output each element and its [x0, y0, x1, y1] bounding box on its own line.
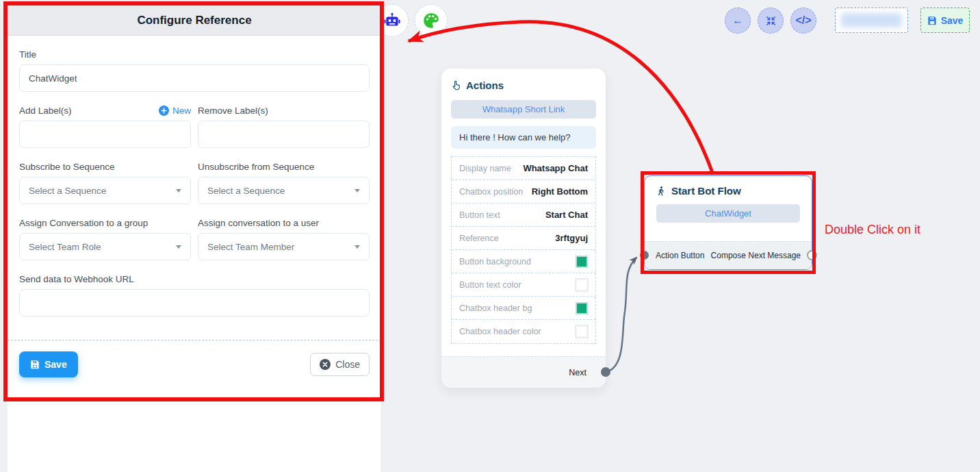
table-row: Chatbox position Right Bottom	[452, 180, 595, 203]
chevron-down-icon	[354, 189, 360, 192]
new-label-text: New	[172, 105, 191, 116]
palette-icon	[422, 12, 440, 29]
webhook-label: Send data to Webhook URL	[19, 274, 370, 284]
code-view-button[interactable]: </>	[790, 8, 816, 34]
assign-user-value: Select Team Member	[207, 242, 294, 252]
new-label-link[interactable]: New	[159, 105, 191, 116]
unsubscribe-sequence-value: Select a Sequence	[207, 186, 285, 196]
action-button-port-label: Action Button	[656, 251, 704, 260]
row-label: Reference	[459, 234, 499, 243]
chatwidget-button[interactable]: ChatWidget	[656, 204, 800, 223]
webhook-input[interactable]	[19, 289, 370, 316]
assign-group-label: Assign Conversation to a group	[19, 218, 191, 228]
table-row: Button background	[452, 250, 595, 273]
plus-circle-icon	[159, 105, 169, 116]
theme-button[interactable]	[415, 4, 448, 37]
color-swatch[interactable]	[576, 302, 588, 314]
row-label: Display name	[459, 164, 511, 173]
panel-title: Configure Reference	[8, 5, 381, 36]
color-swatch[interactable]	[576, 325, 588, 338]
title-input-value: ChatWidget	[29, 73, 77, 84]
close-button-label: Close	[335, 359, 360, 370]
remove-labels-input[interactable]	[198, 121, 370, 148]
table-row: Display name Whatsapp Chat	[452, 157, 595, 180]
toolbar-save-button[interactable]: Save	[920, 8, 970, 33]
row-label: Button text	[459, 210, 500, 220]
next-port-dot[interactable]	[601, 367, 610, 377]
actions-card: Actions Whatsapp Short Link Hi there ! H…	[441, 69, 606, 388]
properties-table: Display name Whatsapp Chat Chatbox posit…	[451, 156, 596, 344]
chevron-down-icon	[354, 245, 360, 249]
node-title: Start Bot Flow	[671, 185, 741, 197]
row-label: Button text color	[459, 280, 521, 290]
unsubscribe-sequence-select[interactable]: Select a Sequence	[198, 177, 370, 204]
greeting-message: Hi there ! How can we help?	[451, 126, 596, 149]
unsubscribe-sequence-label: Unsubscribe from Sequence	[198, 162, 370, 172]
title-input[interactable]: ChatWidget	[19, 64, 370, 92]
back-button[interactable]: ←	[725, 8, 751, 34]
row-value: 3rftgyuj	[555, 233, 588, 243]
actions-title: Actions	[466, 79, 504, 91]
close-circle-icon	[320, 359, 331, 370]
table-row: Chatbox header color	[452, 320, 595, 343]
table-row: Reference 3rftgyuj	[452, 227, 595, 250]
save-button[interactable]: Save	[19, 351, 78, 377]
add-labels-label: Add Label(s)	[19, 105, 72, 116]
compose-next-message-port-dot[interactable]	[807, 250, 817, 260]
table-row: Button text color	[452, 273, 595, 297]
compress-icon	[766, 16, 776, 26]
close-button[interactable]: Close	[310, 353, 370, 376]
color-swatch[interactable]	[576, 256, 588, 268]
action-button-port-dot[interactable]	[640, 251, 649, 260]
flow-name-input[interactable]	[835, 8, 908, 33]
chevron-down-icon	[176, 245, 181, 249]
color-swatch[interactable]	[576, 279, 588, 291]
save-icon	[927, 16, 937, 25]
subscribe-sequence-value: Select a Sequence	[29, 186, 106, 196]
remove-labels-label: Remove Label(s)	[198, 105, 268, 116]
toolbar-save-label: Save	[941, 15, 964, 26]
subscribe-sequence-select[interactable]: Select a Sequence	[19, 177, 191, 204]
row-value: Right Bottom	[532, 186, 588, 197]
row-label: Chatbox header color	[459, 327, 541, 336]
title-label: Title	[19, 49, 370, 60]
row-value: Whatsapp Chat	[523, 163, 588, 173]
table-row: Chatbox header bg	[452, 297, 595, 320]
start-bot-flow-node[interactable]: Start Bot Flow ChatWidget Action Button …	[644, 175, 812, 270]
row-value: Start Chat	[545, 210, 588, 220]
arrow-left-icon: ←	[732, 15, 743, 26]
table-row: Button text Start Chat	[452, 203, 595, 227]
save-button-label: Save	[44, 359, 67, 370]
save-icon	[30, 360, 40, 369]
assign-group-value: Select Team Role	[29, 242, 101, 252]
row-label: Chatbox header bg	[459, 303, 532, 313]
assign-user-select[interactable]: Select Team Member	[198, 233, 370, 260]
add-labels-input[interactable]	[19, 121, 191, 148]
chevron-down-icon	[176, 189, 181, 192]
row-label: Button background	[459, 257, 531, 266]
assign-group-select[interactable]: Select Team Role	[19, 233, 191, 260]
hand-pointer-icon	[451, 80, 461, 90]
fit-view-button[interactable]	[758, 8, 784, 34]
walking-person-icon	[656, 186, 666, 197]
annotation-double-click-text: Double Click on it	[825, 223, 920, 237]
next-port-label: Next	[569, 368, 586, 377]
redacted-text	[841, 13, 902, 27]
row-label: Chatbox position	[459, 187, 523, 197]
configure-reference-panel: Configure Reference Title ChatWidget Add…	[8, 5, 382, 472]
whatsapp-short-link-button[interactable]: Whatsapp Short Link	[451, 100, 596, 119]
robot-icon	[383, 12, 401, 29]
assign-user-label: Assign conversation to a user	[198, 218, 370, 228]
code-icon: </>	[795, 15, 811, 26]
compose-next-message-port-label: Compose Next Message	[711, 251, 801, 260]
subscribe-sequence-label: Subscribe to Sequence	[19, 162, 191, 172]
